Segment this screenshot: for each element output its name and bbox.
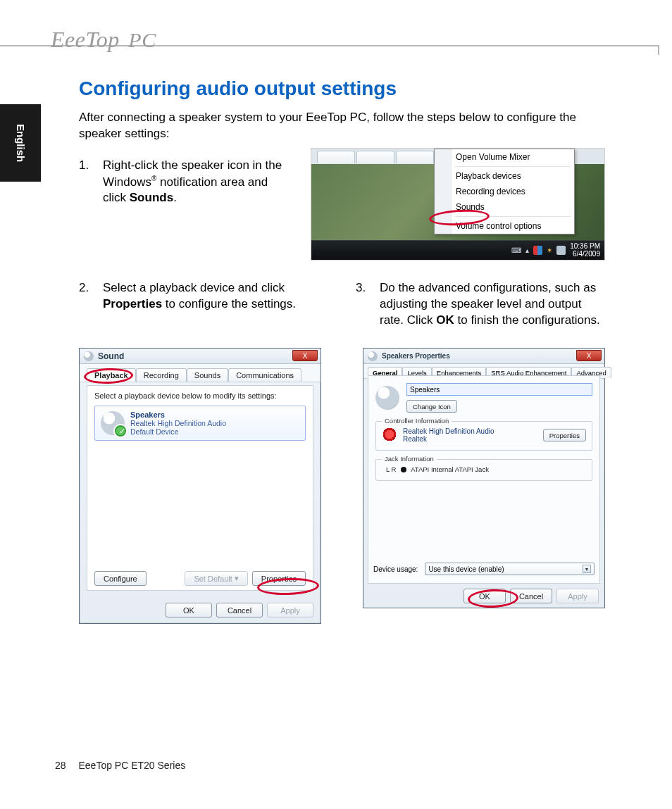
brand-suffix: PC xyxy=(128,28,156,51)
product-name: EeeTop PC ET20 Series xyxy=(78,760,185,771)
tray-keyboard-icon[interactable]: ⌨ xyxy=(511,246,521,254)
menu-item-open-mixer[interactable]: Open Volume Mixer xyxy=(435,149,574,165)
step-3-text: Do the advanced configurations, such as … xyxy=(380,280,607,329)
tray-clock[interactable]: 10:36 PM 6/4/2009 xyxy=(570,243,600,258)
speaker-icon: ✓ xyxy=(101,411,125,435)
device-sub2: Default Device xyxy=(130,427,226,436)
usage-combo[interactable]: Use this device (enable) ▾ xyxy=(425,563,595,575)
menu-separator xyxy=(454,216,571,217)
sound-app-icon xyxy=(84,351,94,361)
taskbar: ⌨ ▴ ✶ 10:36 PM 6/4/2009 xyxy=(311,240,604,260)
sound-dialog-buttons: OK Cancel Apply xyxy=(166,603,313,617)
menu-item-volume-options[interactable]: Volume control options xyxy=(435,218,574,234)
screenshot-context-menu: Open Volume Mixer Playback devices Recor… xyxy=(311,148,605,261)
jack-dot-icon xyxy=(401,467,406,472)
page-title: Configuring audio output settings xyxy=(79,77,605,100)
usage-value: Use this device (enable) xyxy=(428,565,504,573)
jack-lr: L R xyxy=(386,465,396,473)
controller-properties-button[interactable]: Properties xyxy=(543,429,586,441)
controller-info-group: Controller Information Realtek High Defi… xyxy=(375,421,592,451)
menu-item-recording[interactable]: Recording devices xyxy=(435,184,574,199)
sound-titlebar[interactable]: Sound X xyxy=(80,349,321,364)
configure-button[interactable]: Configure xyxy=(94,571,147,586)
volume-context-menu: Open Volume Mixer Playback devices Recor… xyxy=(434,149,575,234)
tab-decor xyxy=(356,151,394,163)
tab-decor xyxy=(317,151,355,163)
props-body: Change Icon Controller Information Realt… xyxy=(368,375,600,584)
screenshot-sound-dialog: Sound X Playback Recording Sounds Commun… xyxy=(79,348,321,624)
menu-item-sounds[interactable]: Sounds xyxy=(435,199,574,215)
speaker-large-icon xyxy=(375,386,399,410)
set-default-button: Set Default ▾ xyxy=(185,571,247,586)
jack-info-group: Jack Information L R ATAPI Internal ATAP… xyxy=(375,459,592,481)
device-name: Speakers xyxy=(130,410,226,419)
close-button[interactable]: X xyxy=(292,350,318,361)
usage-label: Device usage: xyxy=(373,565,418,573)
tray-network-icon[interactable]: ✶ xyxy=(547,246,552,254)
step-1-text: Right-click the speaker icon in the Wind… xyxy=(103,158,290,206)
sound-body: Select a playback device below to modify… xyxy=(87,385,313,591)
tray-volume-icon[interactable] xyxy=(556,246,566,255)
tab-sounds[interactable]: Sounds xyxy=(187,368,228,382)
steps-row-2-3: 2. Select a playback device and click Pr… xyxy=(79,280,607,329)
jack-legend: Jack Information xyxy=(382,455,437,463)
cancel-button[interactable]: Cancel xyxy=(510,589,552,603)
step-2: 2. Select a playback device and click Pr… xyxy=(79,280,330,313)
props-titlebar[interactable]: Speakers Properties X xyxy=(363,349,604,364)
tray-flag-icon[interactable] xyxy=(533,246,542,255)
sound-title: Sound xyxy=(98,351,124,361)
page-footer: 28 EeeTop PC ET20 Series xyxy=(55,760,185,771)
realtek-crab-icon xyxy=(382,428,397,442)
step-1: 1. Right-click the speaker icon in the W… xyxy=(79,158,290,206)
change-icon-button[interactable]: Change Icon xyxy=(406,400,457,413)
device-usage-row: Device usage: Use this device (enable) ▾ xyxy=(373,563,595,575)
controller-name: Realtek High Definition Audio xyxy=(403,427,537,435)
sound-hint: Select a playback device below to modify… xyxy=(94,391,306,400)
brand-logo: EeeTop PC xyxy=(51,27,156,53)
jack-row: L R ATAPI Internal ATAPI Jack xyxy=(382,465,586,473)
ok-button[interactable]: OK xyxy=(463,589,506,603)
step-1-number: 1. xyxy=(79,158,103,206)
sound-tabs: Playback Recording Sounds Communications xyxy=(80,364,321,382)
close-button[interactable]: X xyxy=(576,350,602,361)
step-2-number: 2. xyxy=(79,280,103,313)
step-2-text: Select a playback device and click Prope… xyxy=(103,280,330,313)
page-number: 28 xyxy=(55,760,66,771)
apply-button: Apply xyxy=(556,589,599,603)
tab-recording[interactable]: Recording xyxy=(136,368,187,382)
intro-paragraph: After connecting a speaker system to you… xyxy=(79,110,605,142)
controller-legend: Controller Information xyxy=(382,417,452,425)
chevron-down-icon: ▾ xyxy=(583,565,591,573)
device-sub1: Realtek High Definition Audio xyxy=(130,419,226,427)
tray-arrow-icon[interactable]: ▴ xyxy=(525,246,529,254)
browser-tabs-decor xyxy=(317,151,434,163)
playback-device-item[interactable]: ✓ Speakers Realtek High Definition Audio… xyxy=(94,406,306,441)
controller-vendor: Realtek xyxy=(403,435,537,443)
tab-communications[interactable]: Communications xyxy=(228,368,301,382)
cancel-button[interactable]: Cancel xyxy=(216,603,263,617)
ok-button[interactable]: OK xyxy=(166,603,212,617)
tray-date: 6/4/2009 xyxy=(570,251,600,258)
properties-button[interactable]: Properties xyxy=(252,571,306,586)
props-dialog-buttons: OK Cancel Apply xyxy=(463,589,599,603)
props-app-icon xyxy=(368,351,378,361)
screenshot-speakers-properties: Speakers Properties X General Levels Enh… xyxy=(363,348,605,608)
apply-button: Apply xyxy=(267,603,313,617)
tray-time: 10:36 PM xyxy=(570,243,600,251)
step-3: 3. Do the advanced configurations, such … xyxy=(356,280,607,329)
tab-decor xyxy=(396,151,434,163)
device-text: Speakers Realtek High Definition Audio D… xyxy=(130,410,226,436)
brand-name: EeeTop xyxy=(51,27,120,52)
props-title: Speakers Properties xyxy=(382,352,450,360)
menu-separator xyxy=(454,166,571,167)
tab-playback[interactable]: Playback xyxy=(87,368,136,382)
menu-item-playback[interactable]: Playback devices xyxy=(435,168,574,184)
language-tab: English xyxy=(0,104,41,182)
step-3-number: 3. xyxy=(356,280,380,329)
language-label: English xyxy=(15,124,27,162)
device-name-input[interactable] xyxy=(406,383,592,396)
jack-desc: ATAPI Internal ATAPI Jack xyxy=(411,465,489,473)
